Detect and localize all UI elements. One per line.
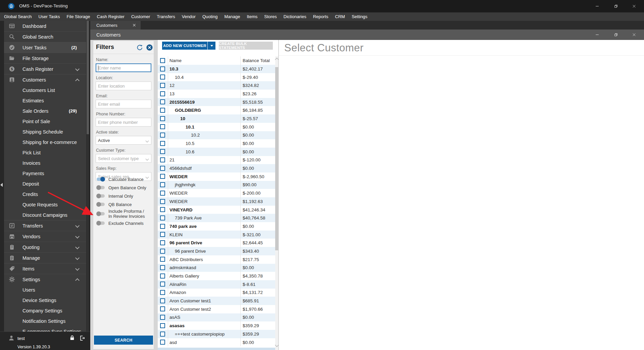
column-header-name[interactable]: Name [169, 56, 182, 65]
row-checkbox[interactable] [160, 232, 165, 237]
toggle-switch[interactable] [97, 194, 105, 198]
row-checkbox[interactable] [160, 174, 165, 179]
menu-item-manage[interactable]: Manage [221, 12, 243, 21]
row-checkbox[interactable] [160, 91, 165, 96]
sidebar-item-point-of-sale[interactable]: Point of Sale [4, 116, 86, 127]
logout-icon[interactable] [79, 335, 86, 341]
row-checkbox[interactable] [160, 207, 165, 212]
toggle-switch[interactable] [97, 212, 105, 215]
sidebar-item-user-tasks[interactable]: User Tasks(2) [4, 42, 86, 53]
customer-row[interactable]: Aron Customer test1$685.91 [158, 297, 275, 305]
menu-item-items[interactable]: Items [243, 12, 261, 21]
customer-row[interactable]: asasas$359.29 [158, 321, 275, 330]
sidebar-item-company-settings[interactable]: Company Settings [4, 305, 86, 316]
sidebar-item-vendors[interactable]: Vendors [4, 231, 86, 242]
sidebar-item-credits[interactable]: Credits [4, 189, 86, 199]
customer-row[interactable]: 10.1$0.00 [158, 123, 275, 131]
tab-customers[interactable]: Customers [90, 21, 141, 30]
row-checkbox[interactable] [160, 265, 165, 270]
customer-row[interactable]: Amazon$4,131.72 [158, 289, 275, 297]
sidebar-item-quote-requests[interactable]: Quote Requests [4, 199, 86, 210]
restore-button[interactable] [608, 0, 624, 12]
customer-row[interactable]: 10.6$0.00 [158, 148, 275, 156]
row-checkbox[interactable] [160, 306, 165, 311]
customer-row[interactable]: 10.5$0.00 [158, 139, 275, 148]
row-checkbox[interactable] [160, 290, 165, 295]
sidebar-item-quoting[interactable]: ?Quoting [4, 242, 86, 252]
sidebar-item-file-storage[interactable]: File Storage [4, 53, 86, 63]
sidebar-item-deposit[interactable]: Deposit [4, 179, 86, 189]
sidebar-collapse-icon[interactable] [0, 183, 3, 187]
customer-type-select[interactable]: Select customer type [96, 154, 151, 163]
toggle-internal-only[interactable]: Internal Only [93, 192, 154, 200]
close-button[interactable] [626, 0, 642, 12]
toggle-calculate-balance[interactable]: Calculate Balance [93, 175, 154, 183]
customer-row[interactable]: WIEDER$-2,960.50 [158, 172, 275, 181]
sidebar-item-manage[interactable]: Manage [4, 252, 86, 263]
menu-item-quoting[interactable]: Quoting [199, 12, 221, 21]
menu-item-crm[interactable]: CRM [332, 12, 348, 21]
menu-item-file-storage[interactable]: File Storage [63, 12, 93, 21]
menu-item-dictionaries[interactable]: Dictionaries [280, 12, 310, 21]
row-checkbox[interactable] [160, 141, 165, 146]
sidebar-item-items[interactable]: Items [4, 263, 86, 274]
search-button[interactable]: SEARCH [94, 336, 153, 345]
sidebar-item-global-search[interactable]: Global Search [4, 31, 86, 42]
customer-row[interactable]: VINEYARD$41,246.34 [158, 206, 275, 214]
phone-number-input[interactable]: Enter phone number [96, 118, 151, 127]
inner-restore-button[interactable] [608, 30, 624, 40]
toggle-open-balance-only[interactable]: Open Balance Only [93, 184, 154, 192]
customer-row[interactable]: 13$23.26 [158, 90, 275, 98]
row-checkbox[interactable] [160, 108, 165, 113]
row-checkbox[interactable] [160, 116, 165, 121]
row-checkbox[interactable] [160, 199, 165, 204]
sidebar-item-sale-orders[interactable]: Sale Orders(29) [4, 106, 86, 116]
minimize-button[interactable] [589, 0, 605, 12]
list-scrollbar-thumb[interactable] [275, 67, 278, 250]
customer-row[interactable]: 10$-25.57 [158, 114, 275, 123]
toggle-switch[interactable] [97, 203, 105, 206]
sidebar-item-discount-campaigns[interactable]: Discount Campaigns [4, 210, 86, 220]
row-checkbox[interactable] [160, 182, 165, 187]
email-input[interactable]: Enter email [96, 100, 151, 108]
row-checkbox[interactable] [160, 166, 165, 171]
sidebar-item-customers-list[interactable]: Customers List [4, 85, 86, 95]
sidebar-item-settings[interactable]: Settings [4, 274, 86, 285]
row-checkbox[interactable] [160, 83, 165, 88]
sidebar-item-shipping-for-e-commerce[interactable]: Shipping for e-commerce [4, 137, 86, 147]
customer-row[interactable]: GOLDBERG$6,184.85 [158, 106, 275, 114]
toggle-qb-balance[interactable]: QB Balance [93, 200, 154, 208]
customer-row[interactable]: Aron Customer test2$1,970.66 [158, 305, 275, 313]
horizontal-scrollbar[interactable] [158, 348, 275, 350]
row-checkbox[interactable] [160, 149, 165, 154]
toggle-switch[interactable] [97, 221, 105, 225]
row-checkbox[interactable] [160, 249, 165, 254]
row-checkbox[interactable] [160, 332, 165, 337]
customer-row[interactable]: 10.4$-29.40 [158, 73, 275, 82]
menu-item-vendor[interactable]: Vendor [179, 12, 199, 21]
column-header-balance[interactable]: Balance Total [243, 56, 270, 65]
customer-row[interactable]: 10.3$2,402.17 [158, 65, 275, 73]
row-checkbox[interactable] [160, 74, 165, 80]
customer-row[interactable]: asAS$0.00 [158, 313, 275, 322]
customer-row[interactable]: 739 Park Ave$40,764.58 [158, 214, 275, 222]
customer-row[interactable]: =++test castomerpiopiop$359.29 [158, 330, 275, 338]
menu-item-settings[interactable]: Settings [348, 12, 371, 21]
sidebar-item-pick-list[interactable]: Pick List [4, 147, 86, 158]
sidebar-item-shipping-schedule[interactable]: Shipping Schedule [4, 127, 86, 137]
inner-close-button[interactable] [626, 30, 642, 40]
sidebar-item-invoices[interactable]: Invoices [4, 158, 86, 168]
sidebar-item-transfers[interactable]: Transfers [4, 220, 86, 231]
sidebar-item-dashboard[interactable]: Dashboard [4, 21, 86, 31]
sidebar-scrollbar-thumb[interactable] [87, 21, 89, 134]
toggle-include-proforma-in-review-invoices[interactable]: Include Proforma / In Review Invoices [93, 209, 154, 219]
row-checkbox[interactable] [160, 257, 165, 262]
customer-row[interactable]: asd$0.00 [158, 338, 275, 347]
row-checkbox[interactable] [160, 298, 165, 303]
customer-row[interactable]: 10.2$0.00 [158, 131, 275, 140]
inner-minimize-button[interactable] [589, 30, 605, 40]
menu-item-reports[interactable]: Reports [310, 12, 332, 21]
customer-row[interactable]: 12$324.82 [158, 81, 275, 90]
tab-close-icon[interactable] [132, 23, 137, 28]
create-bulk-statements-button[interactable]: CREATE BULK STATEMENTS [219, 42, 273, 50]
